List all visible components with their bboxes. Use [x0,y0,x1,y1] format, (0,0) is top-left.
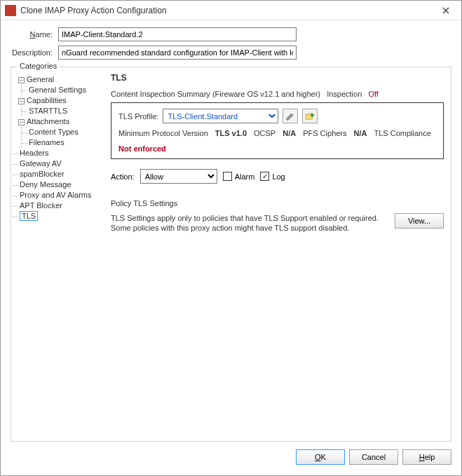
action-row: Action: Allow Alarm Log [111,169,444,184]
categories-fieldset: Categories General General Settings Capa… [11,67,451,442]
name-row: Name: [11,27,451,41]
alarm-label: Alarm [235,172,255,181]
tree-node-general[interactable]: General [18,74,104,85]
log-label: Log [272,172,285,181]
tree-node-gateway-av[interactable]: Gateway AV [18,158,104,169]
folder-plus-icon [305,111,315,121]
description-label: Description: [11,48,53,57]
tree-node-tls[interactable]: TLS [18,211,104,222]
app-icon [5,5,16,16]
tree-node-deny-message[interactable]: Deny Message [18,179,104,190]
tree-toggle-icon[interactable] [18,119,25,125]
tree-node-content-types[interactable]: Content Types [27,127,104,137]
log-checkbox[interactable] [260,172,269,181]
close-icon [442,7,449,14]
dialog-footer: OK Cancel Help [1,446,461,475]
description-input[interactable] [58,46,297,60]
policy-heading: Policy TLS Settings [111,199,444,208]
action-label: Action: [111,172,135,181]
cancel-button[interactable]: Cancel [349,449,398,465]
tree-node-filenames[interactable]: Filenames [27,137,104,148]
policy-row: TLS Settings apply only to policies that… [111,213,444,233]
view-button[interactable]: View... [395,213,444,229]
action-select[interactable]: Allow [140,169,217,184]
content-area: Name: Description: Categories General Ge… [1,20,461,446]
alarm-checkbox[interactable] [223,172,232,181]
help-button[interactable]: Help [402,449,451,465]
name-label: Name: [11,30,53,39]
categories-legend: Categories [17,62,60,70]
tree-node-proxy-av-alarms[interactable]: Proxy and AV Alarms [18,190,104,200]
dialog-window: Clone IMAP Proxy Action Configuration Na… [0,0,462,476]
window-title: Clone IMAP Proxy Action Configuration [20,6,435,15]
alarm-checkbox-row: Alarm [223,172,255,181]
pencil-icon [285,111,295,121]
tree-node-starttls[interactable]: STARTTLS [27,106,104,116]
tls-profile-label: TLS Profile: [118,112,158,121]
description-row: Description: [11,46,451,60]
tls-profile-box: TLS Profile: TLS-Client.Standard [111,102,444,159]
inspection-value: Off [368,90,378,98]
tree-toggle-icon[interactable] [18,98,25,104]
inspection-summary: Content Inspection Summary (Fireware OS … [111,90,444,98]
policy-text: TLS Settings apply only to policies that… [111,213,385,233]
edit-profile-button[interactable] [283,109,298,123]
category-tree: General General Settings Capabilities ST… [18,73,104,434]
ok-button[interactable]: OK [296,449,345,465]
tree-node-headers[interactable]: Headers [18,148,104,158]
tree-node-general-settings[interactable]: General Settings [27,85,104,95]
close-button[interactable] [435,2,457,19]
tree-node-spamblocker[interactable]: spamBlocker [18,169,104,179]
tls-profile-select[interactable]: TLS-Client.Standard [163,109,278,123]
tree-node-apt-blocker[interactable]: APT Blocker [18,200,104,211]
add-profile-button[interactable] [302,109,318,123]
log-checkbox-row: Log [260,172,285,181]
title-bar: Clone IMAP Proxy Action Configuration [1,1,461,20]
name-input[interactable] [58,27,297,41]
tls-profile-info: Minimum Protocol Version TLS v1.0 OCSP N… [118,129,436,153]
pane-title: TLS [111,73,444,83]
tree-toggle-icon[interactable] [18,77,25,83]
tree-node-attachments[interactable]: Attachments [18,116,104,127]
tree-node-capabilities[interactable]: Capabilities [18,95,104,106]
settings-pane: TLS Content Inspection Summary (Fireware… [111,73,444,434]
